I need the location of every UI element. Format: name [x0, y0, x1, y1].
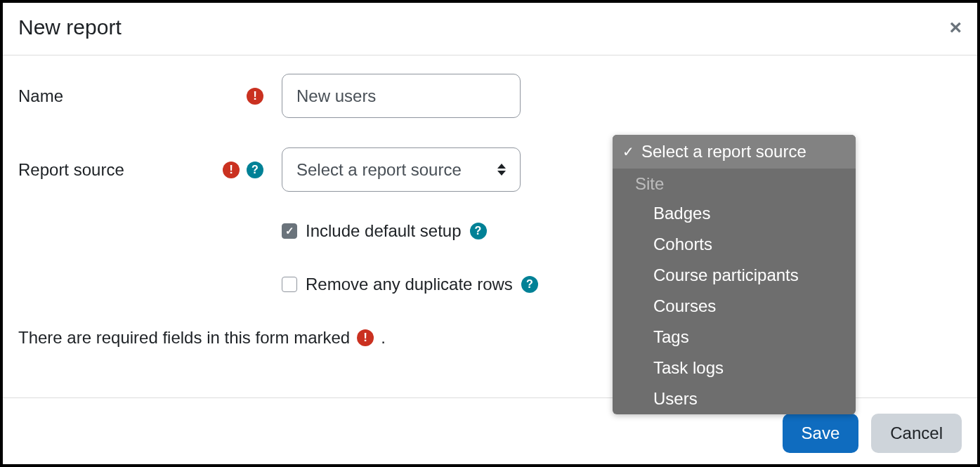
- dropdown-option-tags[interactable]: Tags: [613, 322, 856, 353]
- dropdown-group-label: Site: [613, 169, 856, 198]
- required-note-suffix: .: [381, 328, 386, 348]
- include-default-label: Include default setup: [306, 221, 462, 241]
- save-button[interactable]: Save: [783, 414, 859, 453]
- dropdown-selected-option[interactable]: ✓ Select a report source: [613, 135, 856, 169]
- report-source-select[interactable]: Select a report source: [282, 147, 521, 192]
- report-source-dropdown: ✓ Select a report source Site Badges Coh…: [613, 135, 856, 414]
- control-col-name: [282, 74, 521, 118]
- required-note-prefix: There are required fields in this form m…: [18, 328, 350, 348]
- dropdown-option-task-logs[interactable]: Task logs: [613, 353, 856, 383]
- name-input[interactable]: [282, 74, 521, 118]
- dropdown-option-course-participants[interactable]: Course participants: [613, 260, 856, 291]
- required-icon: !: [357, 329, 374, 346]
- name-label: Name: [18, 86, 63, 106]
- label-col-source: Report source ! ?: [18, 160, 282, 180]
- remove-dupes-checkbox[interactable]: [282, 277, 297, 292]
- select-caret-icon: [497, 164, 506, 176]
- help-icon[interactable]: ?: [521, 276, 538, 293]
- modal-title: New report: [18, 15, 122, 39]
- remove-dupes-label: Remove any duplicate rows: [306, 275, 513, 294]
- required-icon: !: [223, 162, 240, 178]
- check-icon: ✓: [622, 143, 634, 160]
- source-label: Report source: [18, 160, 124, 180]
- close-icon[interactable]: ×: [949, 17, 962, 38]
- include-default-checkbox[interactable]: [282, 223, 297, 239]
- help-icon[interactable]: ?: [470, 223, 487, 239]
- cancel-button[interactable]: Cancel: [871, 414, 962, 453]
- dropdown-option-badges[interactable]: Badges: [613, 198, 856, 229]
- dropdown-option-users[interactable]: Users: [613, 383, 856, 414]
- window-frame: New report × Name ! Report source: [0, 0, 980, 467]
- form-row-name: Name !: [18, 74, 962, 118]
- dropdown-selected-label: Select a report source: [641, 142, 806, 162]
- required-icon: !: [247, 88, 263, 105]
- control-col-source: Select a report source: [282, 147, 521, 192]
- modal-body: Name ! Report source ! ?: [3, 55, 977, 397]
- select-current-value: Select a report source: [296, 160, 462, 180]
- new-report-modal: New report × Name ! Report source: [3, 3, 977, 464]
- dropdown-option-cohorts[interactable]: Cohorts: [613, 229, 856, 260]
- help-icon[interactable]: ?: [247, 162, 263, 178]
- modal-header: New report ×: [3, 3, 977, 55]
- dropdown-option-courses[interactable]: Courses: [613, 291, 856, 322]
- label-col-name: Name !: [18, 86, 282, 106]
